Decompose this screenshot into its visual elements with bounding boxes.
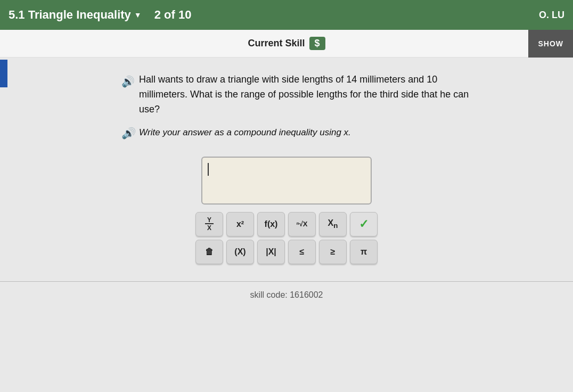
trash-icon: 🗑 [205, 247, 214, 257]
pi-label: π [361, 247, 367, 257]
function-label: f(x) [265, 219, 278, 229]
show-button[interactable]: SHOW [528, 30, 573, 58]
parentheses-label: (X) [234, 247, 245, 257]
x-subscript-key[interactable]: Xn [319, 212, 347, 236]
delete-key[interactable]: 🗑 [195, 240, 223, 264]
nth-root-key[interactable]: ⁿ√X [288, 212, 316, 236]
math-keyboard: Y X x² f(x) ⁿ√X Xn ✓ [195, 212, 378, 264]
header-title: 5.1 Triangle Inequality ▼ [9, 8, 142, 22]
absolute-value-key[interactable]: |X| [257, 240, 285, 264]
nth-root-label: ⁿ√X [297, 220, 308, 228]
check-button[interactable]: ✓ [350, 212, 378, 236]
user-name: O. LU [539, 10, 564, 21]
fraction-icon: Y X [205, 217, 214, 231]
check-icon: ✓ [359, 217, 369, 231]
skill-code: skill code: 1616002 [250, 290, 323, 300]
speaker-icon-2[interactable]: 🔊 [121, 127, 135, 140]
section-title: 5.1 Triangle Inequality [9, 8, 131, 22]
keyboard-row-1: Y X x² f(x) ⁿ√X Xn ✓ [195, 212, 378, 236]
x-squared-key[interactable]: x² [226, 212, 254, 236]
pi-key[interactable]: π [350, 240, 378, 264]
speaker-icon-1[interactable]: 🔊 [121, 74, 135, 117]
sub-question: 🔊 Write your answer as a compound inequa… [121, 126, 484, 140]
greater-equal-label: ≥ [331, 247, 335, 257]
text-cursor [208, 163, 209, 176]
current-skill-label: Current Skill [248, 38, 305, 49]
x-subscript-label: Xn [328, 218, 338, 230]
less-equal-key[interactable]: ≤ [288, 240, 316, 264]
question-block: 🔊 Hall wants to draw a triangle with sid… [121, 72, 484, 140]
sub-question-text: Write your answer as a compound inequali… [139, 127, 351, 138]
parentheses-key[interactable]: (X) [226, 240, 254, 264]
answer-area: Y X x² f(x) ⁿ√X Xn ✓ [0, 157, 573, 264]
greater-equal-key[interactable]: ≥ [319, 240, 347, 264]
math-input-box[interactable] [201, 157, 372, 205]
progress-indicator: 2 of 10 [154, 8, 192, 22]
function-key[interactable]: f(x) [257, 212, 285, 236]
x-squared-label: x² [236, 219, 244, 229]
skill-badge: $ [309, 37, 325, 50]
less-equal-label: ≤ [300, 247, 305, 257]
sub-header: Current Skill $ SHOW [0, 30, 573, 58]
dropdown-icon[interactable]: ▼ [134, 11, 142, 19]
question-body: Hall wants to draw a triangle with side … [139, 72, 484, 117]
main-content: 🔊 Hall wants to draw a triangle with sid… [0, 58, 573, 300]
divider [0, 281, 573, 282]
absolute-value-label: |X| [266, 247, 276, 257]
keyboard-row-2: 🗑 (X) |X| ≤ ≥ π [195, 240, 378, 264]
fraction-key[interactable]: Y X [195, 212, 223, 236]
question-text: 🔊 Hall wants to draw a triangle with sid… [121, 72, 484, 117]
header: 5.1 Triangle Inequality ▼ 2 of 10 O. LU [0, 0, 573, 30]
bookmark-strip [0, 60, 7, 87]
